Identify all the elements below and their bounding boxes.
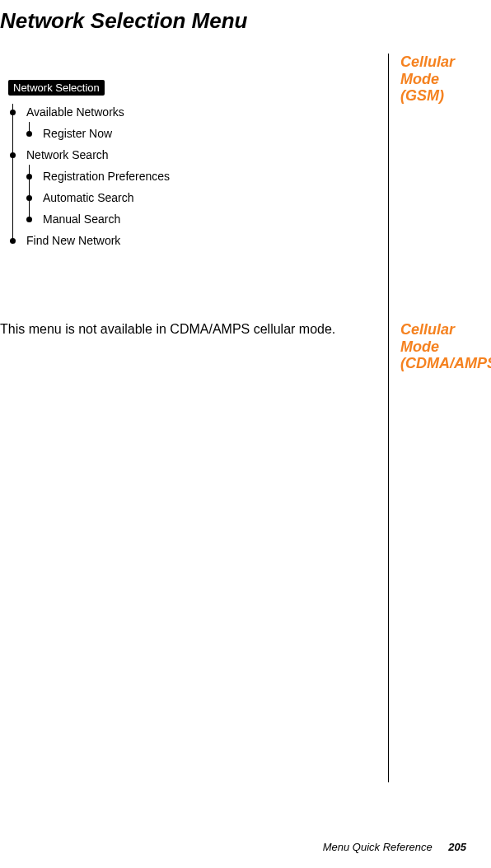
cdma-not-available-text: This menu is not available in CDMA/AMPS …	[0, 321, 376, 338]
cdma-side-column: Cellular Mode (CDMA/AMPS)	[388, 321, 466, 782]
page-footer: Menu Quick Reference 205	[323, 841, 466, 853]
menu-label: Register Now	[43, 127, 112, 140]
menu-item-registration-preferences: Registration Preferences	[26, 168, 376, 184]
page-title: Network Selection Menu	[0, 8, 466, 34]
menu-item-manual-search: Manual Search	[26, 211, 376, 227]
section-gsm: Network Selection Available Networks Reg…	[0, 54, 466, 321]
menu-subtree-available-networks: Register Now	[26, 125, 376, 142]
menu-label: Network Search	[26, 148, 109, 161]
menu-item-network-search: Network Search Registration Preferences …	[10, 147, 376, 227]
footer-section: Menu Quick Reference	[323, 841, 433, 853]
menu-label: Registration Preferences	[43, 170, 170, 183]
gsm-main-column: Network Selection Available Networks Reg…	[0, 54, 388, 321]
menu-item-register-now: Register Now	[26, 125, 376, 142]
menu-label: Available Networks	[26, 105, 124, 119]
menu-label: Manual Search	[43, 212, 120, 226]
menu-item-find-new-network: Find New Network	[10, 232, 376, 249]
menu-label: Automatic Search	[43, 191, 134, 204]
menu-item-available-networks: Available Networks Register Now	[10, 104, 376, 142]
menu-tree-root: Available Networks Register Now Network …	[10, 104, 376, 249]
section-cdma: This menu is not available in CDMA/AMPS …	[0, 321, 466, 782]
cdma-main-column: This menu is not available in CDMA/AMPS …	[0, 321, 388, 782]
menu-subtree-network-search: Registration Preferences Automatic Searc…	[26, 168, 376, 227]
page: Network Selection Menu Network Selection…	[0, 0, 491, 868]
menu-tree: Network Selection Available Networks Reg…	[10, 83, 376, 249]
menu-item-automatic-search: Automatic Search	[26, 189, 376, 206]
menu-chip-network-selection: Network Selection	[8, 80, 105, 96]
side-label-gsm: Cellular Mode (GSM)	[400, 54, 466, 105]
side-label-cdma: Cellular Mode (CDMA/AMPS)	[400, 321, 466, 372]
menu-label: Find New Network	[26, 234, 120, 247]
footer-page-number: 205	[448, 841, 466, 853]
gsm-side-column: Cellular Mode (GSM)	[388, 54, 466, 321]
